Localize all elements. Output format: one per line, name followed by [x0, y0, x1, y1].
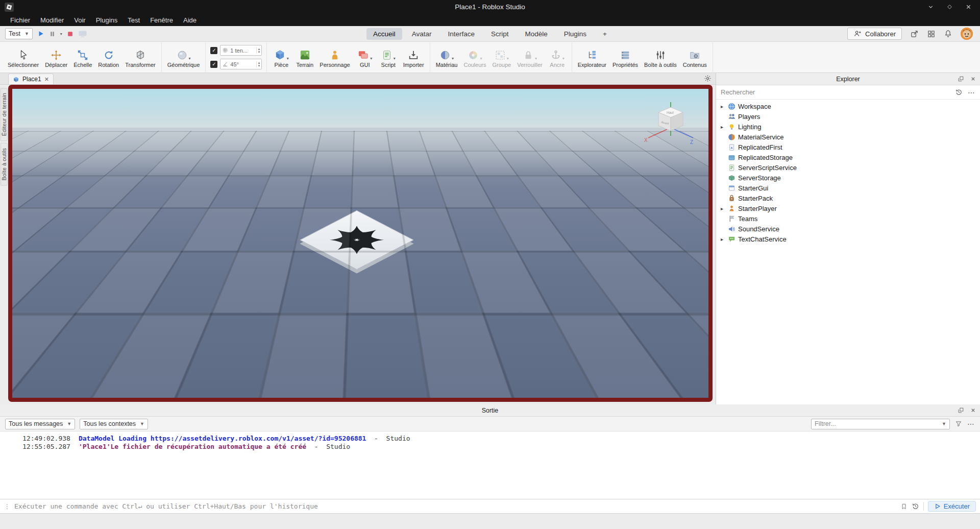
tree-item-replicatedfirst[interactable]: ReplicatedFirst	[716, 142, 980, 152]
test-mode-select[interactable]: Test ▼	[5, 28, 33, 39]
doc-tab-place1[interactable]: Place1 ✕	[8, 74, 54, 84]
tree-item-lighting[interactable]: ▸Lighting	[716, 122, 980, 132]
tree-item-serverstorage[interactable]: ServerStorage	[716, 173, 980, 183]
ribbon-tab-avatar[interactable]: Avatar	[405, 28, 438, 40]
ribbon-tab-modele[interactable]: Modèle	[518, 28, 554, 40]
ribbon-tool-script[interactable]: ▾Script	[377, 45, 400, 69]
tree-item-materialservice[interactable]: MaterialService	[716, 132, 980, 142]
3d-viewport[interactable]: X Z Haut Avant	[8, 85, 713, 402]
menu-item-plugins[interactable]: Plugins	[91, 14, 123, 26]
ribbon-tool-transformer[interactable]: Transformer	[122, 45, 159, 69]
ribbon-tool-boite-a-outils[interactable]: Boîte à outils	[641, 45, 680, 69]
ribbon-tool-geometrique[interactable]: ▾Géométrique	[164, 45, 203, 69]
more-options-icon[interactable]: ⋯	[967, 420, 975, 428]
close-panel-icon[interactable]	[970, 76, 976, 82]
material-icon	[439, 50, 451, 61]
search-input[interactable]: Rechercher	[721, 88, 950, 96]
tree-item-teams[interactable]: Teams	[716, 213, 980, 224]
ribbon-tool-label: Groupe	[492, 62, 511, 68]
ribbon-tab-interface[interactable]: Interface	[441, 28, 481, 40]
context-filter-select[interactable]: Tous les contextes ▼	[80, 419, 148, 429]
menu-item-fichier[interactable]: Fichier	[5, 14, 35, 26]
play-button[interactable]	[37, 30, 44, 37]
output-log: 12:49:02.938DataModel Loading https://as…	[0, 431, 980, 499]
ribbon-tool-echelle[interactable]: Échelle	[70, 45, 95, 69]
ribbon-tool-contenus[interactable]: Contenus	[680, 45, 710, 69]
notifications-bell-icon[interactable]	[944, 30, 952, 38]
ribbon-tab-item[interactable]: +	[596, 28, 614, 40]
tree-item-replicatedstorage[interactable]: ReplicatedStorage	[716, 152, 980, 162]
menu-item-fenetre[interactable]: Fenêtre	[145, 14, 178, 26]
tree-item-soundservice[interactable]: SoundService	[716, 224, 980, 234]
caret-down-icon: ▾	[370, 56, 372, 61]
side-tab-boite-a-outils[interactable]: Boîte à outils	[1, 143, 8, 186]
tree-item-workspace[interactable]: ▸Workspace	[716, 101, 980, 111]
chevron-right-icon[interactable]: ▸	[719, 104, 725, 109]
stepper-icon[interactable]: ▴▾	[256, 61, 260, 67]
share-icon[interactable]	[910, 30, 919, 38]
collaborate-person-icon	[853, 30, 862, 38]
snap-checkbox-0[interactable]: ✓	[210, 47, 217, 54]
plugins-grid-icon[interactable]	[927, 30, 936, 38]
stepper-icon[interactable]: ▴▾	[256, 47, 260, 54]
ribbon-tool-gui[interactable]: ▾GUI	[353, 45, 377, 69]
tree-item-starterplayer[interactable]: ▸StarterPlayer	[716, 203, 980, 213]
command-history-icon[interactable]	[912, 502, 919, 510]
tree-item-startergui[interactable]: StarterGui	[716, 183, 980, 193]
close-panel-icon[interactable]	[970, 407, 976, 413]
menu-item-modifier[interactable]: Modifier	[35, 14, 69, 26]
more-options-icon[interactable]: ⋯	[968, 88, 975, 97]
explorer-search[interactable]: Rechercher ⋯	[716, 85, 980, 100]
ribbon-tool-piece[interactable]: ▾Pièce	[270, 45, 293, 69]
menu-item-test[interactable]: Test	[122, 14, 145, 26]
ribbon-tool-rotation[interactable]: Rotation	[95, 45, 122, 69]
viewport-settings-gear-icon[interactable]	[704, 75, 712, 82]
pause-button[interactable]	[49, 31, 56, 37]
ribbon-tool-selectionner[interactable]: Sélectionner	[5, 45, 42, 69]
side-tab-editeur-de-terrain[interactable]: Éditeur de terrain	[1, 88, 8, 141]
float-panel-icon[interactable]	[958, 76, 964, 82]
terrain-icon	[299, 49, 311, 61]
execute-button[interactable]: Exécuter	[928, 501, 976, 512]
bookmark-icon[interactable]	[900, 503, 908, 510]
filter-funnel-icon[interactable]	[955, 420, 962, 427]
snap-checkbox-1[interactable]: ✓	[210, 61, 217, 68]
close-icon[interactable]	[965, 4, 972, 10]
ribbon-tab-accueil[interactable]: Accueil	[366, 28, 402, 40]
chevron-right-icon[interactable]: ▸	[719, 206, 725, 211]
menu-item-voir[interactable]: Voir	[69, 14, 90, 26]
output-filter-input[interactable]: Filtrer... ▼	[811, 419, 950, 429]
ribbon-tool-personnage[interactable]: Personnage	[316, 45, 353, 69]
snap-field-1[interactable]: 45°▴▾	[220, 59, 262, 69]
tree-item-textchatservice[interactable]: ▸TextChatService	[716, 234, 980, 244]
ribbon-tool-importer[interactable]: Importer	[400, 45, 427, 69]
chevron-down-icon[interactable]	[927, 4, 934, 10]
orientation-gizmo[interactable]: X Z Haut Avant	[639, 99, 696, 146]
ribbon-tool-materiau[interactable]: ▾Matériau	[433, 45, 461, 69]
chevron-down-icon: ▼	[67, 421, 71, 426]
maximize-icon[interactable]	[946, 4, 953, 10]
snap-field-0[interactable]: 1 ten...▴▾	[220, 45, 262, 56]
command-input[interactable]	[14, 502, 896, 510]
chevron-right-icon[interactable]: ▸	[719, 124, 725, 130]
tree-item-starterpack[interactable]: StarterPack	[716, 193, 980, 203]
ribbon-tool-deplacer[interactable]: Déplacer	[42, 45, 70, 69]
tree-item-players[interactable]: Players	[716, 111, 980, 122]
drag-handle-icon[interactable]: ⋮	[4, 503, 10, 510]
user-avatar[interactable]	[961, 28, 973, 40]
message-filter-select[interactable]: Tous les messages ▼	[5, 419, 75, 429]
close-tab-icon[interactable]: ✕	[44, 76, 49, 83]
ribbon-tab-script[interactable]: Script	[484, 28, 516, 40]
ribbon-tab-plugins[interactable]: Plugins	[557, 28, 593, 40]
collaborate-button[interactable]: Collaborer	[847, 28, 902, 40]
pause-options-caret-icon[interactable]: ▾	[60, 32, 62, 36]
chevron-right-icon[interactable]: ▸	[719, 236, 725, 242]
menu-item-aide[interactable]: Aide	[178, 14, 202, 26]
search-history-icon[interactable]	[955, 88, 963, 96]
ribbon-tool-terrain[interactable]: Terrain	[293, 45, 316, 69]
float-panel-icon[interactable]	[958, 407, 964, 414]
tree-item-serverscriptservice[interactable]: ServerScriptService	[716, 162, 980, 173]
stop-button[interactable]	[67, 31, 74, 37]
ribbon-tool-proprietes[interactable]: Propriétés	[609, 45, 641, 69]
ribbon-tool-explorateur[interactable]: Explorateur	[575, 45, 609, 69]
